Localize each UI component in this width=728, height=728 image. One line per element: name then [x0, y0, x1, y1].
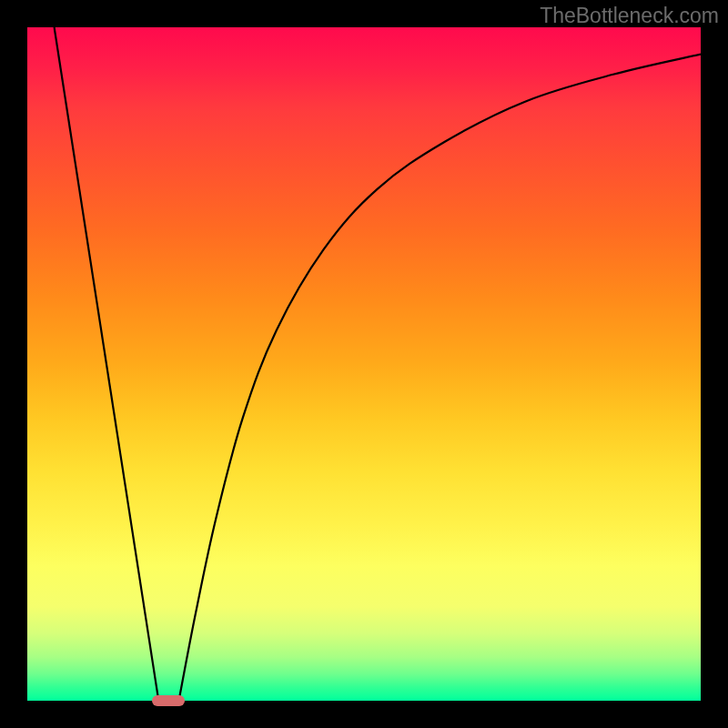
curve-right-branch — [179, 55, 702, 701]
curve-layer — [27, 27, 701, 701]
attribution-text: TheBottleneck.com — [540, 4, 719, 28]
minimum-marker — [152, 695, 185, 706]
curve-left-branch — [55, 27, 159, 701]
plot-area — [27, 27, 701, 701]
